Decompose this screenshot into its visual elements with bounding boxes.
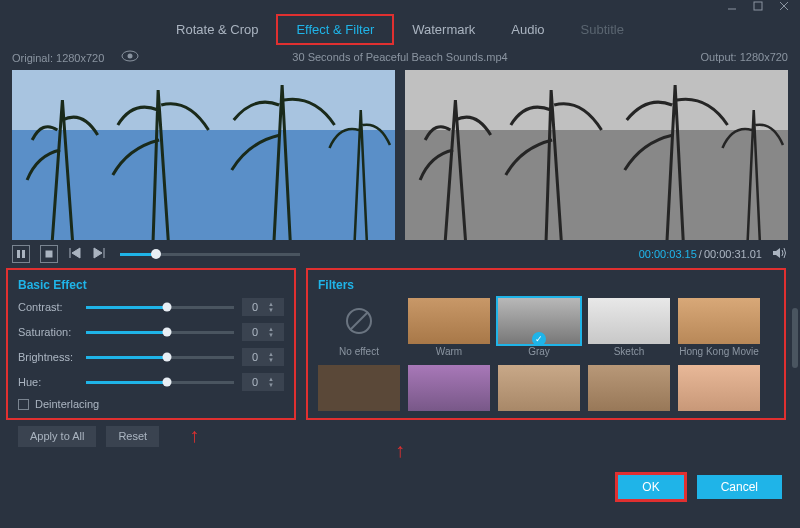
filters-scrollbar[interactable] xyxy=(792,308,798,368)
svg-rect-12 xyxy=(46,251,53,258)
saturation-spinner[interactable]: ▲▼ xyxy=(242,323,284,341)
filter-item-6[interactable] xyxy=(318,365,400,411)
filter-sketch[interactable] xyxy=(588,298,670,344)
filter-no-effect-label: No effect xyxy=(339,346,379,357)
current-time: 00:00:03.15 xyxy=(639,248,697,260)
contrast-label: Contrast: xyxy=(18,301,78,313)
filter-item-7[interactable] xyxy=(408,365,490,411)
reset-button[interactable]: Reset xyxy=(106,426,159,447)
svg-rect-10 xyxy=(17,250,20,258)
deinterlacing-checkbox[interactable] xyxy=(18,399,29,410)
basic-effect-title: Basic Effect xyxy=(18,278,284,292)
total-time: 00:00:31.01 xyxy=(704,248,762,260)
filter-warm-label: Warm xyxy=(436,346,462,357)
filter-item-10[interactable] xyxy=(678,365,760,411)
filter-no-effect[interactable] xyxy=(318,298,400,344)
annotation-arrow-icon: ↑ xyxy=(189,424,199,447)
filename-label: 30 Seconds of Peaceful Beach Sounds.mp4 xyxy=(292,51,507,63)
basic-effect-panel: Basic Effect Contrast: ▲▼ Saturation: ▲▼… xyxy=(6,268,296,420)
tab-effect-filter[interactable]: Effect & Filter xyxy=(276,14,394,45)
tab-rotate-crop[interactable]: Rotate & Crop xyxy=(158,16,276,43)
hue-slider[interactable] xyxy=(86,381,234,384)
svg-rect-11 xyxy=(22,250,25,258)
preview-toggle-icon[interactable] xyxy=(121,50,139,62)
cancel-button[interactable]: Cancel xyxy=(697,475,782,499)
brightness-spinner[interactable]: ▲▼ xyxy=(242,348,284,366)
tab-watermark[interactable]: Watermark xyxy=(394,16,493,43)
tab-audio[interactable]: Audio xyxy=(493,16,562,43)
contrast-spinner[interactable]: ▲▼ xyxy=(242,298,284,316)
saturation-slider[interactable] xyxy=(86,331,234,334)
filter-item-9[interactable] xyxy=(588,365,670,411)
deinterlacing-label: Deinterlacing xyxy=(35,398,99,410)
brightness-slider[interactable] xyxy=(86,356,234,359)
filter-warm[interactable] xyxy=(408,298,490,344)
original-resolution: Original: 1280x720 xyxy=(12,52,104,64)
ok-button[interactable]: OK xyxy=(615,472,686,502)
close-icon[interactable] xyxy=(778,0,790,15)
tab-bar: Rotate & Crop Effect & Filter Watermark … xyxy=(0,14,800,44)
stop-button[interactable] xyxy=(40,245,58,263)
maximize-icon[interactable] xyxy=(752,0,764,15)
output-preview xyxy=(405,70,788,240)
prev-frame-button[interactable] xyxy=(68,247,82,262)
brightness-label: Brightness: xyxy=(18,351,78,363)
svg-point-5 xyxy=(128,54,133,59)
pause-button[interactable] xyxy=(12,245,30,263)
seek-slider[interactable] xyxy=(120,253,300,256)
next-frame-button[interactable] xyxy=(92,247,106,262)
tab-subtitle[interactable]: Subtitle xyxy=(563,16,642,43)
hue-label: Hue: xyxy=(18,376,78,388)
contrast-slider[interactable] xyxy=(86,306,234,309)
hue-spinner[interactable]: ▲▼ xyxy=(242,373,284,391)
volume-icon[interactable] xyxy=(772,246,788,262)
filter-hong-kong-movie[interactable] xyxy=(678,298,760,344)
output-resolution: Output: 1280x720 xyxy=(701,51,788,63)
original-preview xyxy=(12,70,395,240)
svg-line-14 xyxy=(350,312,368,330)
apply-to-all-button[interactable]: Apply to All xyxy=(18,426,96,447)
svg-rect-1 xyxy=(754,2,762,10)
filter-sketch-label: Sketch xyxy=(614,346,645,357)
filter-gray-label: Gray xyxy=(528,346,550,357)
minimize-icon[interactable] xyxy=(726,0,738,15)
check-icon: ✓ xyxy=(532,332,546,346)
filter-gray[interactable]: ✓ xyxy=(498,298,580,344)
saturation-label: Saturation: xyxy=(18,326,78,338)
filters-title: Filters xyxy=(318,278,774,292)
filters-panel: Filters No effect Warm ✓ Gray Sketch Hon… xyxy=(306,268,786,420)
filter-hk-label: Hong Kong Movie xyxy=(679,346,759,357)
time-sep: / xyxy=(699,248,702,260)
filter-item-8[interactable] xyxy=(498,365,580,411)
